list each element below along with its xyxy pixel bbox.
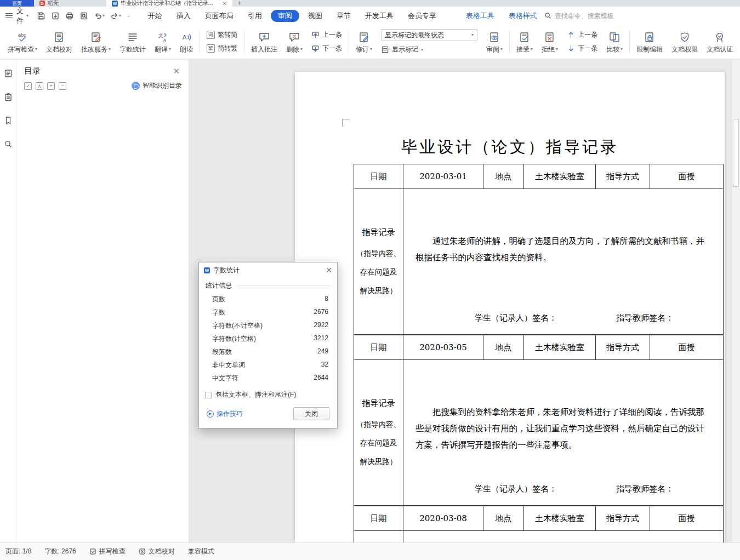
next-change-button[interactable]: 下一条 [567, 44, 597, 53]
smart-toc-link[interactable]: 智能识别目录 [132, 81, 182, 90]
bookmark-panel-button[interactable] [2, 115, 14, 127]
tab-member[interactable]: 会员专享 [401, 10, 443, 22]
method-value-cell[interactable]: 面授 [650, 335, 723, 360]
tab-view[interactable]: 视图 [301, 10, 329, 22]
restrict-edit-button[interactable]: 限制编辑 [632, 26, 667, 57]
toc-panel-button[interactable] [2, 67, 14, 79]
location-value-cell[interactable]: 土木楼实验室 [524, 335, 596, 360]
print-preview-button[interactable] [77, 10, 91, 22]
record-label-cell[interactable]: 指导记录 （指导内容、 存在问题及 解决思路） [354, 360, 403, 505]
toc-check-tool[interactable]: ✓ [24, 82, 32, 90]
student-sign-label[interactable]: 学生（记录人）签名： [475, 313, 557, 323]
method-value-cell[interactable]: 面授 [650, 164, 723, 189]
toc-expand-tool[interactable]: ＋ [47, 82, 55, 90]
date-value-cell[interactable]: 2020-03-08 [403, 506, 483, 531]
scrollbar-thumb[interactable] [733, 119, 739, 187]
simp-to-trad-button[interactable]: 繁 简转繁 [207, 44, 237, 53]
method-label-cell[interactable]: 指导方式 [596, 164, 650, 189]
date-value-cell[interactable]: 2020-03-01 [403, 164, 483, 189]
reject-button[interactable]: 拒绝▾ [537, 26, 562, 57]
docer-tab[interactable]: D 稻壳 [34, 0, 106, 7]
teacher-sign-label[interactable]: 指导教师签名： [616, 484, 674, 494]
method-label-cell[interactable]: 指导方式 [596, 506, 650, 531]
clipboard-panel-button[interactable] [2, 91, 14, 103]
doc-certify-button[interactable]: 文档认证 [702, 26, 737, 57]
save-button[interactable] [34, 10, 48, 22]
toc-collapse-tool[interactable]: ∧ [36, 82, 43, 90]
spellcheck-toggle[interactable]: 拼写检查 [89, 547, 126, 556]
doc-finalize-button[interactable]: 文档定稿 [737, 26, 740, 57]
compatibility-mode-label[interactable]: 兼容模式 [188, 547, 214, 556]
print-button[interactable] [62, 10, 77, 22]
more-commands-button[interactable]: ⌄ [124, 12, 133, 20]
compare-button[interactable]: 比较▾ [602, 26, 627, 57]
dialog-titlebar[interactable]: W 字数统计 ✕ [199, 262, 337, 278]
date-label-cell[interactable]: 日期 [354, 506, 403, 531]
track-changes-button[interactable]: 修订▾ [351, 26, 377, 57]
tab-review[interactable]: 审阅 [271, 10, 299, 22]
proofread-toggle[interactable]: 文档校对 [139, 547, 175, 556]
tab-dev-tools[interactable]: 开发工具 [358, 10, 401, 22]
prev-change-button[interactable]: 上一条 [567, 30, 597, 39]
toc-panel-body[interactable] [16, 96, 189, 542]
close-icon[interactable]: ✕ [173, 67, 180, 75]
delete-comment-button[interactable]: 删除▾ [282, 26, 307, 57]
search-panel-button[interactable] [2, 138, 14, 150]
markup-state-select[interactable]: 显示标记的最终状态 ▾ [381, 29, 477, 41]
correction-service-button[interactable]: 批改服务▾ [77, 26, 115, 57]
undo-button[interactable]: ▾ [91, 10, 107, 22]
search-input[interactable] [555, 12, 637, 20]
tab-insert[interactable]: 插入 [169, 10, 198, 22]
doc-proofread-button[interactable]: 文档校对 [42, 26, 77, 57]
word-count-indicator[interactable]: 字数: 2676 [44, 547, 76, 556]
date-label-cell[interactable]: 日期 [354, 164, 403, 189]
student-sign-label[interactable]: 学生（记录人）签名： [475, 484, 557, 494]
date-value-cell[interactable]: 2020-03-05 [403, 335, 483, 360]
close-tab-icon[interactable]: ✕ [223, 1, 227, 7]
dialog-close-icon[interactable]: ✕ [326, 266, 332, 274]
location-value-cell[interactable]: 土木楼实验室 [524, 506, 596, 531]
document-title[interactable]: 毕业设计（论文）指导记录 [295, 135, 725, 158]
location-label-cell[interactable]: 地点 [483, 335, 524, 360]
close-dialog-button[interactable]: 关闭 [293, 407, 329, 420]
vertical-scrollbar[interactable] [731, 60, 740, 542]
accept-button[interactable]: 接受▾ [512, 26, 537, 57]
document-tab[interactable]: W 毕业设计指导记录和总结（指导记录... ✕ [106, 0, 232, 7]
method-label-cell[interactable]: 指导方式 [596, 335, 650, 360]
tab-references[interactable]: 引用 [241, 10, 269, 22]
review-button[interactable]: 审阅▾ [482, 26, 507, 57]
location-label-cell[interactable]: 地点 [483, 506, 524, 531]
record-label-cell[interactable]: 指导记录 （指导内容、 存在问题及 解决思路） [354, 531, 403, 542]
record-content-cell[interactable]: 通过朱老师的讲解，明确了选题目的及方向，了解所需的文献和书籍，并根据任务书的内容… [403, 189, 723, 334]
show-markup-button[interactable]: 显示标记 ▾ [381, 45, 477, 54]
file-menu[interactable]: 文件 ▾ [5, 6, 29, 26]
toc-reduce-tool[interactable]: － [59, 82, 66, 90]
tab-home-menu[interactable]: 开始 [141, 10, 169, 22]
location-label-cell[interactable]: 地点 [483, 164, 524, 189]
tips-link[interactable]: ▶ 操作技巧 [207, 409, 243, 419]
tab-table-tools[interactable]: 表格工具 [459, 10, 502, 22]
translate-button[interactable]: 文A 翻译▾ [150, 26, 175, 57]
new-tab-button[interactable]: + [232, 0, 247, 7]
read-aloud-button[interactable]: A 朗读 [175, 26, 197, 57]
tab-section[interactable]: 章节 [329, 10, 358, 22]
page-indicator[interactable]: 页面: 1/8 [5, 547, 31, 556]
record-content-cell[interactable]: 把搜集到的资料拿给朱老师，朱老师对资料进行了详细的阅读，告诉我那些是对我所做的设… [403, 360, 723, 505]
tab-page-layout[interactable]: 页面布局 [198, 10, 241, 22]
prev-comment-button[interactable]: 上一条 [311, 30, 342, 39]
document-page[interactable]: 毕业设计（论文）指导记录 日期 2020-03-01 地点 土木楼实验室 指导方… [295, 72, 725, 542]
spellcheck-button[interactable]: abc 拼写检查▾ [3, 26, 42, 57]
include-textbox-checkbox[interactable]: 包括文本框、脚注和尾注(F) [206, 390, 331, 399]
record-label-cell[interactable]: 指导记录 （指导内容、 存在问题及 解决思路） [354, 189, 403, 334]
method-value-cell[interactable]: 面授 [650, 506, 723, 531]
trad-to-simp-button[interactable]: 词 繁转简 [207, 30, 237, 39]
tab-table-style[interactable]: 表格样式 [502, 10, 544, 22]
word-count-button[interactable]: 字数统计 [115, 26, 150, 57]
redo-button[interactable]: ▾ [107, 10, 124, 22]
next-comment-button[interactable]: 下一条 [311, 44, 342, 53]
doc-permission-button[interactable]: 文档权限 [667, 26, 702, 57]
date-label-cell[interactable]: 日期 [354, 335, 403, 360]
export-button[interactable] [48, 10, 62, 22]
teacher-sign-label[interactable]: 指导教师签名： [616, 313, 674, 323]
location-value-cell[interactable]: 土木楼实验室 [524, 164, 596, 189]
